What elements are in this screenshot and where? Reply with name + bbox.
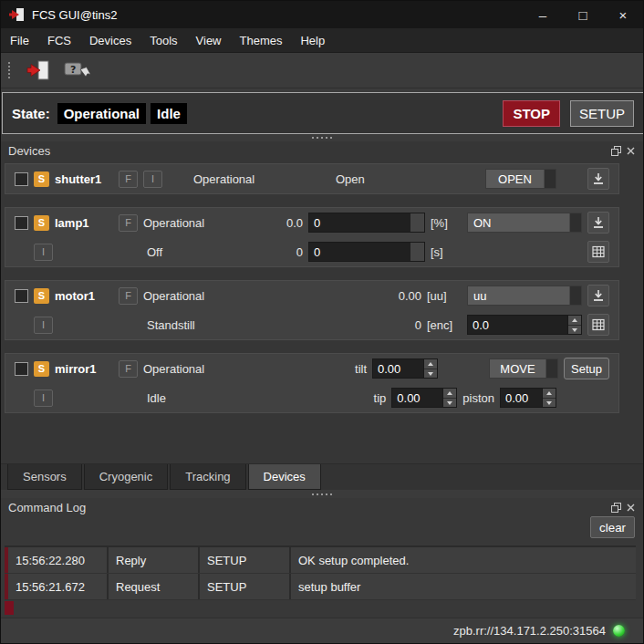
menu-help[interactable]: Help [291, 28, 334, 53]
spin-down-button[interactable] [443, 399, 456, 408]
time-input[interactable] [308, 242, 425, 262]
menu-fcs[interactable]: FCS [38, 28, 80, 53]
device-row-secondary: I Off 0 [s] [5, 237, 618, 266]
mirror-setup-button[interactable]: Setup [564, 358, 609, 379]
whats-this-button[interactable]: ? [61, 56, 92, 85]
device-checkbox[interactable] [15, 216, 28, 230]
target-position-spinbox[interactable] [467, 315, 582, 335]
spin-down-button[interactable] [568, 326, 581, 335]
splitter-handle-top[interactable] [1, 134, 643, 141]
command-log-header: Command Log [1, 498, 643, 516]
menu-view[interactable]: View [187, 28, 231, 53]
move-button[interactable]: MOVE [489, 358, 558, 379]
spin-up-button[interactable] [543, 389, 556, 399]
state-badge-icon: S [34, 361, 49, 377]
device-checkbox[interactable] [15, 172, 28, 186]
failure-button[interactable]: F [119, 287, 138, 305]
connection-led [613, 625, 625, 637]
device-checkbox[interactable] [15, 289, 28, 303]
open-action-button[interactable]: OPEN [485, 169, 556, 189]
motor-unit-select[interactable]: uu [467, 286, 582, 306]
tab-tracking[interactable]: Tracking [170, 464, 245, 490]
stop-button[interactable]: STOP [503, 100, 560, 127]
menu-devices[interactable]: Devices [80, 28, 140, 53]
interlock-button[interactable]: I [34, 390, 53, 407]
dock-float-icon[interactable] [611, 503, 621, 513]
tab-sensors[interactable]: Sensors [7, 464, 82, 490]
toolbar-drag-handle[interactable] [8, 69, 10, 71]
position-unit: [uu] [427, 289, 462, 303]
clear-log-button[interactable]: clear [590, 516, 635, 538]
device-row: S lamp1 F Operational 0.0 [%] ON [5, 208, 618, 237]
exit-button[interactable] [23, 56, 54, 85]
state-bar: State: Operational Idle STOP SETUP [2, 92, 644, 134]
combo-drop-strip [569, 213, 581, 232]
device-list: S shutter1 F I Operational Open OPEN [1, 161, 643, 463]
failure-button[interactable]: F [119, 171, 138, 188]
failure-button[interactable]: F [119, 360, 138, 378]
intensity-input-field[interactable] [309, 213, 410, 232]
menu-file[interactable]: File [1, 28, 38, 53]
table-view-button[interactable] [587, 314, 609, 336]
piston-label: piston [462, 391, 494, 405]
interlock-button[interactable]: I [143, 171, 162, 188]
spin-arrows [542, 389, 556, 407]
device-row-secondary: I Standstill 0 [enc] [5, 310, 618, 339]
piston-spinbox[interactable] [500, 388, 556, 408]
spin-down-button[interactable] [543, 399, 556, 408]
intensity-input[interactable] [308, 213, 425, 233]
device-name: mirror1 [55, 362, 113, 376]
log-type: Request [109, 574, 200, 599]
tab-cryogenic[interactable]: Cryogenic [84, 464, 169, 490]
interlock-button[interactable]: I [34, 244, 53, 261]
send-command-button[interactable] [587, 285, 609, 306]
dock-close-icon[interactable] [626, 503, 636, 513]
spin-up-button[interactable] [443, 389, 456, 399]
connection-url: zpb.rr://134.171.2.250:31564 [453, 624, 606, 638]
splitter-handle-bottom[interactable] [1, 490, 643, 498]
devices-dock-header: Devices [1, 141, 643, 160]
dock-tab-bar: Sensors Cryogenic Tracking Devices [1, 463, 643, 490]
input-slider-track [410, 213, 424, 232]
close-button[interactable]: × [603, 1, 643, 28]
tilt-spinbox[interactable] [372, 358, 438, 379]
table-view-button[interactable] [587, 241, 609, 263]
time-input-field[interactable] [309, 243, 410, 261]
spin-down-button[interactable] [424, 369, 437, 379]
send-command-button[interactable] [587, 168, 609, 190]
motor-unit-value: uu [468, 286, 569, 305]
menu-themes[interactable]: Themes [231, 28, 292, 53]
send-command-button[interactable] [587, 212, 609, 234]
failure-button[interactable]: F [119, 214, 138, 232]
device-state: Operational [193, 172, 330, 186]
device-row: S motor1 F Operational 0.00 [uu] uu [5, 281, 618, 310]
dock-float-icon[interactable] [611, 146, 621, 156]
minimize-button[interactable]: – [523, 1, 563, 28]
interlock-button[interactable]: I [34, 317, 53, 334]
encoder-readback: 0 [370, 318, 421, 332]
state-badge-icon: S [34, 288, 49, 304]
tip-field[interactable] [392, 389, 442, 407]
tab-devices[interactable]: Devices [248, 464, 321, 490]
state-badge-icon: S [34, 171, 49, 187]
spin-up-button[interactable] [568, 316, 581, 326]
log-row[interactable]: 15:56:22.280 Reply SETUP OK setup comple… [5, 547, 636, 574]
dock-close-icon[interactable] [626, 146, 636, 156]
log-message: setup buffer [291, 574, 636, 599]
log-time: 15:56:21.672 [8, 574, 109, 599]
menu-tools[interactable]: Tools [140, 28, 186, 53]
devices-dock: Devices S shutter1 F [1, 141, 643, 490]
piston-field[interactable] [501, 389, 542, 407]
tip-spinbox[interactable] [391, 388, 457, 408]
target-position-field[interactable] [468, 316, 567, 334]
maximize-button[interactable]: □ [563, 1, 603, 28]
lamp-switch-select[interactable]: ON [467, 213, 582, 233]
spin-up-button[interactable] [424, 359, 437, 369]
tilt-field[interactable] [373, 359, 423, 378]
setup-button[interactable]: SETUP [570, 100, 634, 127]
device-checkbox[interactable] [15, 362, 28, 376]
device-row: S shutter1 F I Operational Open OPEN [5, 164, 618, 193]
device-name: shutter1 [55, 172, 113, 186]
log-row[interactable]: 15:56:21.672 Request SETUP setup buffer [5, 574, 636, 600]
svg-text:?: ? [70, 64, 76, 76]
